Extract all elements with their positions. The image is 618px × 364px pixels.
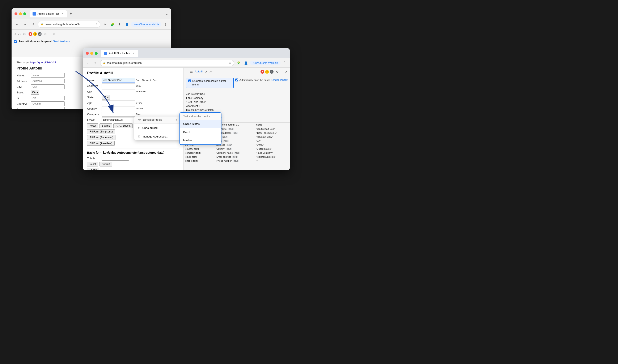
zip-input-1[interactable] (31, 96, 65, 100)
show-test-label: Show test addresses in autofill menu (192, 79, 231, 87)
back-btn-2[interactable]: ← (85, 60, 91, 66)
maximize-traffic-light-2[interactable] (95, 52, 98, 55)
test-address-us[interactable]: United States (180, 120, 221, 128)
fill-president-btn-2[interactable]: Fill Form (President) (87, 141, 115, 146)
more-tabs-icon-1[interactable]: >> (23, 32, 26, 36)
value-company: "Fake Company" (254, 151, 290, 155)
more-btn-2[interactable]: ⋮ (282, 60, 288, 66)
ajax-submit-btn-2[interactable]: AJAX Submit (113, 123, 133, 128)
submit-btn-3[interactable]: Submit (100, 162, 112, 167)
puzzle-btn-1[interactable]: 🧩 (110, 21, 116, 27)
more-btn-1[interactable]: ⋮ (163, 21, 168, 27)
tab-close-1[interactable]: × (61, 12, 64, 15)
zip-value-2: 94043 (136, 102, 142, 104)
city-input-2[interactable] (102, 89, 135, 94)
window-menu-2[interactable]: ⌄ (284, 52, 287, 55)
field-email: email (text) (184, 155, 215, 159)
extensions-btn-2[interactable]: 🧩 (236, 60, 242, 66)
star-icon-1[interactable]: ☆ (95, 23, 98, 26)
reset-btn-2[interactable]: Reset (87, 123, 98, 128)
undo-autofill-item[interactable]: ↩ Undo autofill (134, 124, 180, 132)
show-test-checkbox[interactable] (188, 79, 191, 82)
send-feedback-link-2[interactable]: Send feedback (271, 78, 288, 81)
auto-open-label-1: Automatically open this panel (19, 40, 52, 43)
device-mode-icon-1[interactable]: ▭ (18, 32, 21, 36)
submit-btn-2[interactable]: Submit (100, 123, 112, 128)
devtools-close-2[interactable]: ✕ (285, 70, 288, 74)
autofill-tab[interactable]: Autofill (194, 69, 203, 74)
devtools-close-1[interactable]: ✕ (53, 32, 56, 36)
context-menu: </> Developer tools › ↩ Undo autofill ⚙ … (134, 117, 180, 140)
send-feedback-link-1[interactable]: Send feedback (53, 40, 70, 43)
extensions-btn-1[interactable]: ✂ (103, 21, 108, 27)
country-input-1[interactable] (31, 101, 65, 106)
email-input-2[interactable] (102, 117, 135, 122)
company-input-2[interactable] (102, 112, 135, 117)
refresh-btn-2[interactable]: ↺ (92, 60, 98, 66)
state-select-2[interactable]: CA (102, 95, 110, 100)
country-input-2[interactable] (102, 106, 135, 111)
fill-simpsons-btn-2[interactable]: Fill Form (Simpsons) (87, 129, 115, 134)
this-is-input[interactable] (102, 156, 129, 161)
city-input-1[interactable] (31, 84, 65, 89)
tab-close-2[interactable]: × (132, 52, 135, 55)
star-icon-2[interactable]: ☆ (229, 61, 231, 65)
element-picker-icon-2[interactable]: ⊹ (186, 70, 188, 74)
table-row: country (text) Country heur "United Stat… (184, 147, 290, 151)
settings-icon-1[interactable]: ⚙ (44, 32, 47, 36)
new-tab-btn-2[interactable]: + (139, 50, 145, 56)
close-traffic-light-2[interactable] (86, 52, 89, 55)
manage-addresses-item[interactable]: ⚙ Manage Addresses... (134, 133, 180, 140)
new-tab-btn-1[interactable]: + (68, 11, 74, 17)
address-input-2[interactable] (102, 84, 135, 88)
auto-open-label-2: Automatically open this panel (240, 79, 270, 81)
zip-input-2[interactable] (102, 101, 135, 105)
address-bar-1[interactable]: 🔒 rsolomakhin.github.io/autofill/ ☆ (38, 21, 100, 28)
close-autofill-tab[interactable]: ✕ (205, 70, 208, 74)
name-input-2[interactable] (102, 78, 135, 82)
more-tabs-icon-2[interactable]: >> (209, 70, 212, 73)
refresh-btn-1[interactable]: ↺ (30, 21, 36, 27)
address-input-1[interactable] (31, 79, 65, 83)
minimize-traffic-light-2[interactable] (90, 52, 93, 55)
address-bar-2[interactable]: 🔒 rsolomakhin.github.io/autofill/ ☆ (100, 60, 234, 66)
element-picker-icon-1[interactable]: ⊹ (14, 32, 17, 36)
sparta-btn[interactable]: Sparta (87, 168, 99, 170)
tab-title-2: Autofill Smoke Test (109, 52, 130, 55)
devtools-more-1[interactable]: ⋮ (49, 32, 52, 36)
page-link[interactable]: https://goo.gl/B6Xs1E (30, 61, 56, 64)
fwd-btn-1[interactable]: → (22, 21, 28, 27)
country-row-2: Country: United (87, 106, 179, 111)
card-name: Jon Stewart Doe (186, 92, 287, 96)
back-btn-1[interactable]: ← (14, 21, 20, 27)
tab-favicon-1 (33, 12, 36, 15)
menu-divider-2 (134, 132, 180, 132)
close-traffic-light[interactable] (14, 12, 17, 15)
reset-btn-3[interactable]: Reset (87, 162, 98, 167)
tab-1[interactable]: Autofill Smoke Test × (30, 10, 67, 17)
name-input-1[interactable] (31, 73, 65, 78)
new-chrome-btn-1[interactable]: New Chrome available (131, 22, 161, 27)
tab-title-1: Autofill Smoke Test (38, 12, 59, 15)
value-address: "1600 Fake Stree..." (254, 131, 290, 135)
test-address-mexico[interactable]: Mexico (180, 136, 221, 144)
devtools-more-2[interactable]: ⋮ (281, 70, 283, 74)
settings-icon-2[interactable]: ⚙ (276, 70, 279, 74)
window-menu-1[interactable]: ⌄ (166, 12, 168, 15)
fill-superman-btn-2[interactable]: Fill Form (Superman) (87, 135, 116, 140)
new-chrome-btn-2[interactable]: New Chrome available (250, 61, 281, 65)
predicted-phone: Phone number heur (215, 159, 254, 163)
profile-btn-1[interactable]: 👤 (124, 21, 130, 27)
undo-icon: ↩ (138, 126, 140, 130)
auto-open-checkbox-1[interactable] (14, 40, 17, 43)
auto-open-checkbox-2[interactable] (235, 78, 238, 81)
minimize-traffic-light[interactable] (19, 12, 22, 15)
download-btn-1[interactable]: ⬇ (117, 21, 123, 27)
tab-2[interactable]: Autofill Smoke Test × (101, 50, 138, 57)
company-input-1[interactable] (31, 107, 65, 109)
profile-btn-2[interactable]: 👤 (243, 60, 249, 66)
state-select-1[interactable]: CA (31, 90, 39, 95)
device-mode-icon-2[interactable]: ▭ (190, 70, 193, 74)
maximize-traffic-light[interactable] (23, 12, 26, 15)
test-address-brazil[interactable]: Brazil (180, 128, 221, 136)
